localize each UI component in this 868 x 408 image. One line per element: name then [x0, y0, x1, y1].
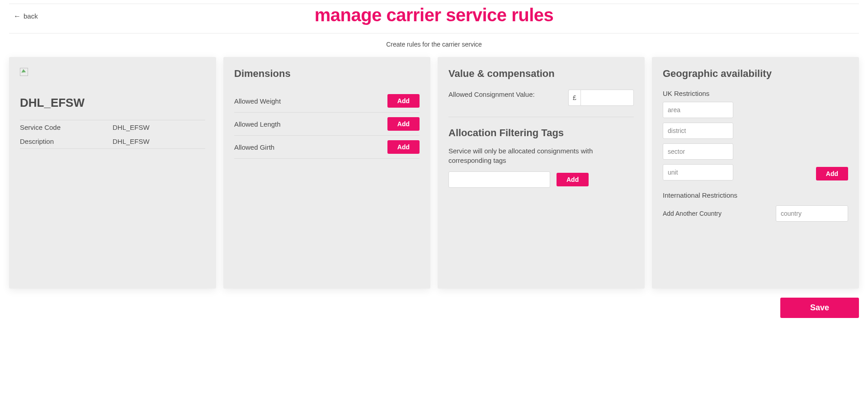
dimension-row-length: Allowed Length Add: [234, 113, 420, 136]
currency-input-group: £: [568, 90, 634, 106]
dimension-row-weight: Allowed Weight Add: [234, 90, 420, 113]
add-another-country-label: Add Another Country: [663, 210, 722, 217]
add-girth-button[interactable]: Add: [387, 140, 420, 154]
uk-district-input[interactable]: [663, 123, 733, 139]
geographic-availability-card: Geographic availability UK Restrictions …: [652, 57, 859, 289]
uk-restrictions-label: UK Restrictions: [663, 90, 848, 97]
country-input[interactable]: [776, 205, 848, 222]
back-link[interactable]: ← back: [14, 12, 38, 20]
carrier-info-table: Service Code DHL_EFSW Description DHL_EF…: [20, 120, 205, 149]
info-row: Description DHL_EFSW: [20, 134, 205, 148]
dimension-label: Allowed Length: [234, 120, 281, 128]
info-value: DHL_EFSW: [113, 123, 205, 131]
dimensions-card: Dimensions Allowed Weight Add Allowed Le…: [223, 57, 430, 289]
arrow-left-icon: ←: [14, 13, 21, 20]
dimension-row-girth: Allowed Girth Add: [234, 136, 420, 159]
international-restrictions-label: International Restrictions: [663, 191, 848, 199]
info-label: Service Code: [20, 123, 113, 131]
info-row: Service Code DHL_EFSW: [20, 120, 205, 134]
carrier-info-card: DHL_EFSW Service Code DHL_EFSW Descripti…: [9, 57, 216, 289]
add-uk-restriction-button[interactable]: Add: [816, 167, 848, 180]
uk-area-input[interactable]: [663, 102, 733, 118]
add-tag-button[interactable]: Add: [557, 173, 589, 186]
back-label: back: [24, 12, 38, 20]
allowed-consignment-value-input[interactable]: [580, 90, 634, 106]
dimension-label: Allowed Weight: [234, 97, 281, 105]
dimensions-title: Dimensions: [234, 68, 420, 80]
uk-unit-input[interactable]: [663, 164, 733, 180]
geo-title: Geographic availability: [663, 68, 848, 80]
save-button[interactable]: Save: [780, 298, 859, 318]
info-value: DHL_EFSW: [113, 138, 205, 145]
add-weight-button[interactable]: Add: [387, 94, 420, 108]
info-label: Description: [20, 138, 113, 145]
currency-symbol: £: [568, 90, 580, 106]
carrier-logo-icon: [20, 68, 28, 76]
allocation-tag-input[interactable]: [448, 171, 550, 188]
carrier-service-name: DHL_EFSW: [20, 96, 205, 110]
uk-sector-input[interactable]: [663, 143, 733, 160]
allocation-filtering-title: Allocation Filtering Tags: [448, 127, 634, 139]
allocation-filtering-desc: Service will only be allocated consignme…: [448, 146, 634, 165]
allowed-consignment-value-label: Allowed Consignment Value:: [448, 90, 563, 99]
page-subtitle: Create rules for the carrier service: [9, 41, 859, 48]
page-title: manage carrier service rules: [9, 4, 859, 25]
add-length-button[interactable]: Add: [387, 117, 420, 131]
value-compensation-card: Value & compensation Allowed Consignment…: [438, 57, 645, 289]
value-comp-title: Value & compensation: [448, 68, 634, 80]
dimension-label: Allowed Girth: [234, 143, 274, 151]
